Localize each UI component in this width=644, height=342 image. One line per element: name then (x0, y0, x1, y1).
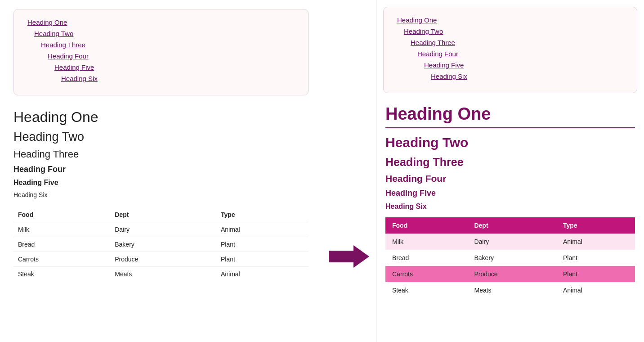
table-row: Bread Bakery Plant (13, 237, 309, 252)
svg-marker-0 (329, 245, 369, 268)
toc-link-2[interactable]: Heading Two (34, 30, 295, 37)
table-row: Steak Meats Animal (13, 267, 309, 282)
heading-five-left: Heading Five (13, 179, 309, 187)
toc-right-link-5[interactable]: Heading Five (424, 61, 623, 69)
right-panel[interactable]: Heading One Heading Two Heading Three He… (376, 0, 644, 342)
right-content: Heading One Heading Two Heading Three He… (376, 102, 644, 307)
toc-link-1[interactable]: Heading One (27, 18, 295, 26)
toc-box-left: Heading One Heading Two Heading Three He… (13, 9, 309, 95)
left-panel: Heading One Heading Two Heading Three He… (0, 0, 322, 342)
heading-six-left: Heading Six (13, 191, 309, 198)
left-headings: Heading One Heading Two Heading Three He… (13, 109, 309, 198)
col-dept-right: Dept (467, 217, 556, 234)
toc-right-link-1[interactable]: Heading One (397, 16, 623, 24)
table-row: Milk Dairy Animal (385, 234, 635, 250)
table-left: Food Dept Type Milk Dairy Animal Bread B… (13, 207, 309, 281)
heading-two-left: Heading Two (13, 130, 309, 144)
heading-three-left: Heading Three (13, 148, 309, 160)
col-food-right: Food (385, 217, 467, 234)
col-dept-left: Dept (110, 207, 216, 222)
table-row-highlight: Carrots Produce Plant (385, 266, 635, 282)
table-right: Food Dept Type Milk Dairy Animal Bread B… (385, 217, 635, 298)
toc-link-6[interactable]: Heading Six (61, 75, 295, 82)
heading-three-right: Heading Three (385, 156, 635, 169)
toc-link-3[interactable]: Heading Three (41, 41, 295, 49)
toc-right-link-6[interactable]: Heading Six (431, 72, 623, 80)
table-row: Bread Bakery Plant (385, 250, 635, 266)
heading-four-left: Heading Four (13, 165, 309, 174)
toc-box-right: Heading One Heading Two Heading Three He… (383, 7, 637, 93)
heading-five-right: Heading Five (385, 189, 635, 198)
col-type-right: Type (556, 217, 635, 234)
toc-link-4[interactable]: Heading Four (48, 52, 295, 60)
toc-right-link-3[interactable]: Heading Three (411, 39, 623, 46)
col-type-left: Type (216, 207, 309, 222)
table-row: Steak Meats Animal (385, 282, 635, 298)
arrow-container (322, 171, 376, 342)
col-food-left: Food (13, 207, 110, 222)
arrow-icon (329, 245, 369, 268)
toc-right-link-2[interactable]: Heading Two (404, 27, 623, 35)
heading-two-right: Heading Two (385, 135, 635, 150)
toc-link-5[interactable]: Heading Five (54, 63, 295, 71)
toc-right-link-4[interactable]: Heading Four (417, 50, 623, 58)
table-row: Milk Dairy Animal (13, 222, 309, 237)
toc-scroll-inner[interactable]: Heading One Heading Two Heading Three He… (384, 7, 637, 93)
heading-one-left: Heading One (13, 109, 309, 126)
heading-four-right: Heading Four (385, 173, 635, 184)
heading-one-right: Heading One (385, 104, 635, 128)
table-row: Carrots Produce Plant (13, 252, 309, 267)
heading-six-right: Heading Six (385, 202, 635, 211)
